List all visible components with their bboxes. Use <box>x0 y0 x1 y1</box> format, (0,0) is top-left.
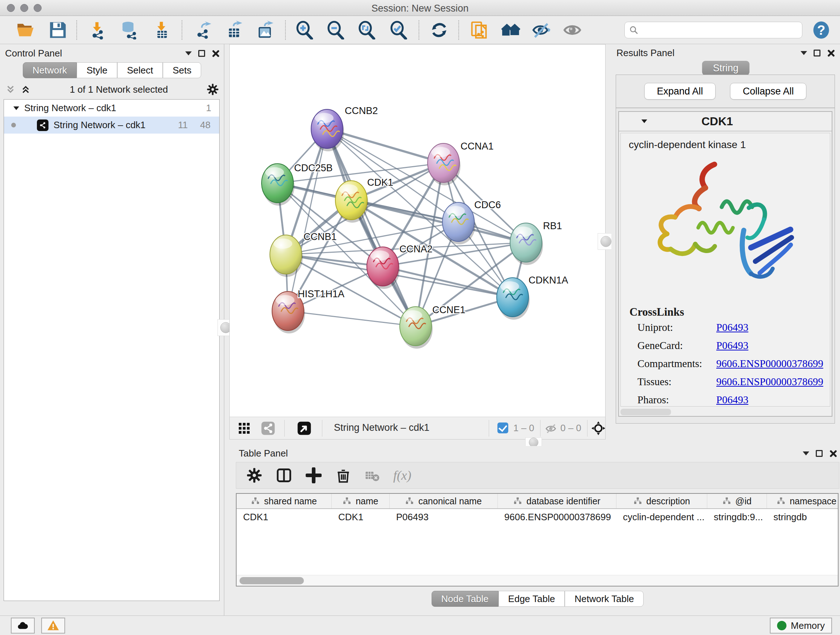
crosslink-link[interactable]: 9606.ENSP00000378699 <box>716 358 823 370</box>
close-panel-icon[interactable] <box>829 450 836 457</box>
cloud-status-button[interactable] <box>11 618 35 633</box>
table-cell[interactable]: P06493 <box>390 509 498 525</box>
crosslink-link[interactable]: P06493 <box>716 394 748 406</box>
panel-menu-icon[interactable] <box>803 451 809 455</box>
node-CCNE1[interactable] <box>400 307 433 348</box>
table-settings-gear-icon[interactable] <box>246 467 262 483</box>
tab-style[interactable]: Style <box>77 62 117 78</box>
splitter-knob[interactable] <box>600 236 611 247</box>
gear-icon[interactable] <box>207 83 219 96</box>
edge-CCNB2-CCNA1[interactable] <box>327 129 444 163</box>
node-CCNB1[interactable] <box>270 235 303 277</box>
edge-CCNB2-HIST1H1A[interactable] <box>288 129 327 311</box>
tab-network[interactable]: Network <box>23 62 77 78</box>
column-header-name[interactable]: name <box>332 494 390 508</box>
table-hscrollbar[interactable] <box>237 575 838 586</box>
collapse-all-icon[interactable] <box>5 84 16 95</box>
table-cell[interactable]: 9606.ENSP00000378699 <box>498 509 616 525</box>
hide-selected-button[interactable] <box>531 19 552 41</box>
float-panel-icon[interactable] <box>813 50 821 57</box>
tab-node-table[interactable]: Node Table <box>431 591 499 607</box>
save-session-button[interactable] <box>47 19 69 41</box>
search-input[interactable] <box>638 23 802 37</box>
refresh-button[interactable] <box>428 19 450 41</box>
help-button[interactable]: ? <box>810 19 832 41</box>
gene-card: CDK1 cyclin-dependent kinase 1 <box>618 111 832 417</box>
node-CCNA1[interactable] <box>428 143 461 185</box>
clone-network-button[interactable] <box>468 19 490 41</box>
column-header--id[interactable]: @id <box>707 494 767 508</box>
node-CCNA2[interactable] <box>367 247 400 289</box>
open-session-button[interactable] <box>14 19 36 41</box>
column-header-description[interactable]: description <box>616 494 707 508</box>
toolbar-search[interactable] <box>624 22 802 38</box>
memory-button[interactable]: Memory <box>770 618 832 633</box>
column-header-database-identifier[interactable]: database identifier <box>498 494 616 508</box>
export-network-button[interactable] <box>192 19 213 41</box>
column-header-namespace[interactable]: namespace <box>767 494 838 508</box>
node-CCNB2[interactable] <box>311 109 344 151</box>
zoom-in-button[interactable] <box>294 19 316 41</box>
show-all-button[interactable] <box>561 19 583 41</box>
table-hscrollbar-thumb[interactable] <box>240 577 304 584</box>
grid-view-icon[interactable] <box>238 422 251 435</box>
column-tree-icon <box>343 497 351 505</box>
tab-string[interactable]: String <box>702 61 750 75</box>
column-header-shared-name[interactable]: shared name <box>237 494 332 508</box>
close-panel-icon[interactable] <box>827 49 834 57</box>
network-collection-row[interactable]: String Network – cdk1 1 <box>4 100 219 117</box>
column-header-canonical-name[interactable]: canonical name <box>390 494 498 508</box>
table-cell[interactable]: stringdb:9... <box>707 509 767 525</box>
export-image-button[interactable] <box>255 19 276 41</box>
tab-sets[interactable]: Sets <box>163 62 201 78</box>
crosslink-link[interactable]: P06493 <box>716 321 748 333</box>
crosslink-link[interactable]: 9606.ENSP00000378699 <box>716 376 823 388</box>
zoom-out-button[interactable] <box>325 19 347 41</box>
table-cell[interactable]: CDK1 <box>237 509 332 525</box>
selected-checkbox-icon[interactable] <box>497 423 508 433</box>
table-row[interactable]: CDK1CDK1P064939606.ENSP00000378699cyclin… <box>237 509 838 525</box>
stringify-button[interactable] <box>500 19 522 41</box>
import-network-database-button[interactable] <box>118 19 140 41</box>
tree-expander-icon[interactable] <box>13 106 19 110</box>
node-CDC25B[interactable] <box>262 164 294 206</box>
add-column-icon[interactable] <box>306 467 322 483</box>
expand-all-icon[interactable] <box>20 84 31 95</box>
crosslink-link[interactable]: P06493 <box>716 340 748 352</box>
export-table-button[interactable] <box>224 19 245 41</box>
node-CDK1[interactable] <box>335 181 368 223</box>
table-tabs: Node TableEdge TableNetwork Table <box>235 591 840 607</box>
tab-select[interactable]: Select <box>117 62 163 78</box>
table-cell[interactable]: cyclin-dependent ... <box>616 509 707 525</box>
zoom-fit-button[interactable] <box>356 19 378 41</box>
import-table-file-button[interactable] <box>150 19 172 41</box>
panel-menu-icon[interactable] <box>801 51 807 55</box>
node-RB1[interactable] <box>510 223 543 265</box>
expand-all-button[interactable]: Expand All <box>644 83 716 100</box>
table-cell[interactable]: CDK1 <box>332 509 390 525</box>
network-view-mode-icon[interactable] <box>261 421 275 435</box>
delete-column-trash-icon[interactable] <box>335 467 351 483</box>
float-panel-icon[interactable] <box>816 450 823 457</box>
close-panel-icon[interactable] <box>212 50 219 57</box>
show-columns-icon[interactable] <box>276 467 292 483</box>
network-row[interactable]: String Network – cdk1 11 48 <box>4 117 219 134</box>
zoom-selected-button[interactable] <box>388 19 409 41</box>
birds-eye-view-icon[interactable] <box>297 421 311 435</box>
table-cell[interactable]: stringdb <box>767 509 838 525</box>
network-canvas[interactable]: CCNB2CCNA1CDC25BCDK1CDC6RB1CCNB1CCNA2CDK… <box>230 44 605 417</box>
collapse-all-button[interactable]: Collapse All <box>730 83 806 100</box>
fit-content-crosshair-icon[interactable] <box>592 421 605 435</box>
column-header-label: namespace <box>790 496 836 507</box>
edge-HIST1H1A-CCNE1[interactable] <box>288 311 416 326</box>
panel-menu-icon[interactable] <box>185 51 192 55</box>
float-panel-icon[interactable] <box>198 50 205 57</box>
tab-edge-table[interactable]: Edge Table <box>499 591 565 607</box>
node-CDKN1A[interactable] <box>497 278 530 320</box>
import-network-file-button[interactable] <box>86 19 108 41</box>
tab-network-table[interactable]: Network Table <box>565 591 644 607</box>
warning-status-button[interactable] <box>41 618 65 633</box>
results-scrollbar-thumb[interactable] <box>621 409 671 415</box>
collapse-gene-icon[interactable] <box>641 119 647 123</box>
network-view[interactable]: CCNB2CCNA1CDC25BCDK1CDC6RB1CCNB1CCNA2CDK… <box>229 44 606 440</box>
